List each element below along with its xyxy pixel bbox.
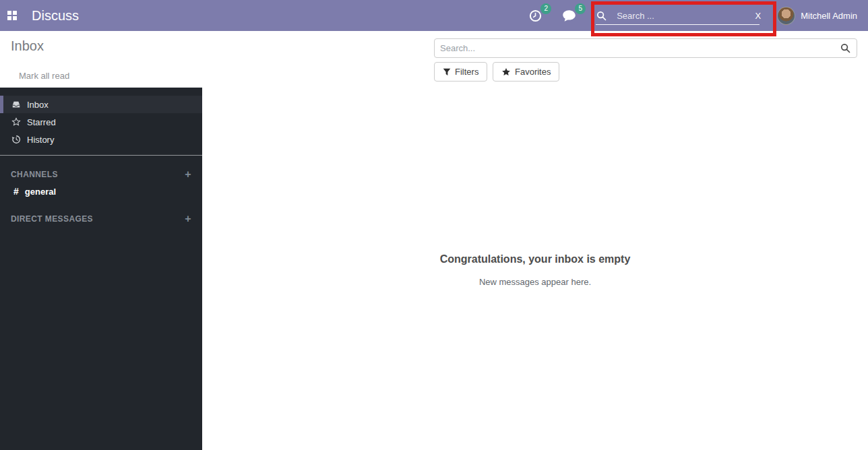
avatar <box>777 7 795 25</box>
app-title[interactable]: Discuss <box>32 8 79 24</box>
channel-item-general[interactable]: # general <box>0 183 202 200</box>
messages-badge: 5 <box>575 3 586 14</box>
empty-state-title: Congratulations, your inbox is empty <box>202 253 868 265</box>
systray-search-input[interactable] <box>615 10 740 22</box>
inbox-icon <box>11 100 21 109</box>
hash-icon: # <box>13 186 19 197</box>
mark-all-read-button[interactable]: Mark all read <box>19 67 69 85</box>
filter-funnel-icon <box>443 68 451 76</box>
clock-icon <box>529 9 542 22</box>
add-channel-button[interactable]: + <box>185 169 191 180</box>
star-icon <box>501 67 511 77</box>
search-icon <box>596 11 607 21</box>
clear-search-button[interactable]: X <box>755 11 763 21</box>
apps-menu-icon[interactable] <box>7 11 17 20</box>
channels-header-label: CHANNELS <box>11 170 58 179</box>
activity-badge: 2 <box>540 3 551 14</box>
top-navbar: Discuss 2 5 <box>0 0 868 31</box>
empty-state: Congratulations, your inbox is empty New… <box>202 253 868 287</box>
search-icon[interactable] <box>840 43 850 53</box>
main-content: Congratulations, your inbox is empty New… <box>202 88 868 450</box>
history-icon <box>11 135 21 144</box>
sidebar-item-label: Inbox <box>27 100 49 110</box>
add-direct-message-button[interactable]: + <box>185 214 191 224</box>
sidebar-item-starred[interactable]: Starred <box>0 113 202 131</box>
search-input[interactable] <box>435 43 840 53</box>
star-icon <box>11 117 21 127</box>
sidebar-item-label: History <box>27 135 54 145</box>
user-menu[interactable]: Mitchell Admin <box>772 7 857 25</box>
sidebar-item-label: Starred <box>27 117 56 127</box>
favorites-button[interactable]: Favorites <box>493 62 559 82</box>
messages-menu-button[interactable]: 5 <box>562 9 576 22</box>
breadcrumb[interactable]: Inbox <box>11 38 44 54</box>
channel-label: general <box>25 187 56 197</box>
mailbox-list: Inbox Starred History <box>0 88 202 148</box>
chat-bubble-icon <box>562 9 576 22</box>
direct-messages-header-label: DIRECT MESSAGES <box>11 214 93 224</box>
filters-label: Filters <box>455 67 478 77</box>
favorites-label: Favorites <box>515 67 551 77</box>
activity-menu-button[interactable]: 2 <box>529 9 542 22</box>
sidebar-item-inbox[interactable]: Inbox <box>0 96 202 113</box>
user-name: Mitchell Admin <box>801 11 857 21</box>
filters-button[interactable]: Filters <box>434 62 487 82</box>
systray: 2 5 X Mitchell Admin <box>529 0 868 31</box>
search-bar[interactable] <box>434 38 857 58</box>
discuss-sidebar: Inbox Starred History CHANNELS + <box>0 88 202 450</box>
systray-search[interactable]: X <box>587 0 772 31</box>
direct-messages-header: DIRECT MESSAGES + <box>0 211 202 227</box>
search-underline <box>596 24 760 25</box>
sidebar-divider <box>0 155 202 156</box>
empty-state-subtitle: New messages appear here. <box>202 277 868 287</box>
channels-header: CHANNELS + <box>0 166 202 183</box>
sidebar-item-history[interactable]: History <box>0 131 202 148</box>
control-panel: Inbox Mark all read Filters Favorites <box>0 31 868 88</box>
